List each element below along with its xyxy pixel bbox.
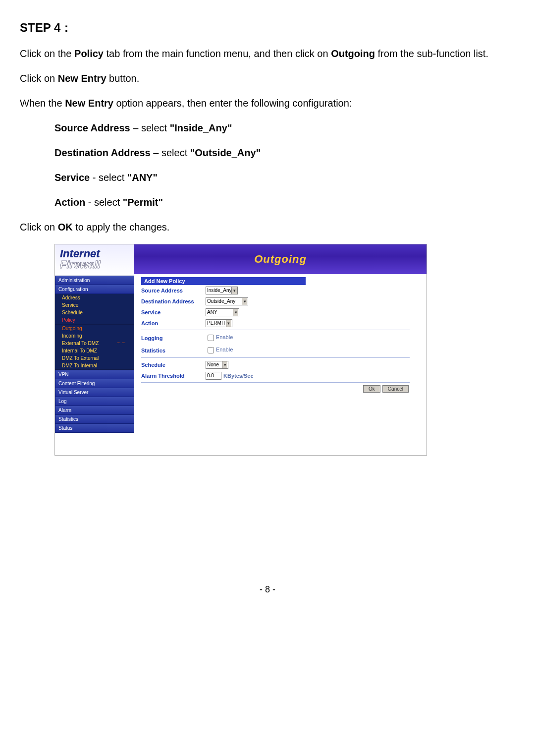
sidebar-item-address[interactable]: Address	[55, 294, 134, 301]
arrow-left-icon: ←←	[116, 340, 131, 345]
sidebar-item-dmz-to-internal[interactable]: DMZ To Internal	[55, 362, 134, 369]
text: tab from the main function menu, and the…	[104, 48, 331, 59]
select-service[interactable]: ANY	[206, 308, 239, 316]
para-1: Click on the Policy tab from the main fu…	[20, 46, 515, 61]
step-heading: STEP 4：	[20, 20, 515, 36]
label: External To DMZ	[62, 341, 99, 346]
text: Click on	[20, 73, 58, 84]
bold-policy: Policy	[74, 48, 104, 59]
screenshot: Internet Firewall Outgoing Administratio…	[54, 244, 427, 456]
sidebar-item-policy[interactable]: Policy	[55, 316, 134, 324]
sidebar-item-dmz-to-external[interactable]: DMZ To External	[55, 354, 134, 362]
para-4: Click on OK to apply the changes.	[20, 219, 515, 235]
sidebar-item-statistics[interactable]: Statistics	[55, 414, 134, 424]
text: from the sub-function list.	[375, 48, 488, 59]
enable-text: Enable	[216, 347, 233, 352]
para-2: Click on New Entry button.	[20, 70, 515, 86]
separator	[141, 357, 410, 358]
sidebar-item-external-to-dmz[interactable]: External To DMZ ←←	[55, 340, 134, 347]
sep: - select	[90, 172, 127, 183]
bold-new-entry: New Entry	[65, 98, 113, 109]
sep: – select	[151, 147, 190, 158]
bold-ok: OK	[58, 222, 73, 233]
cfg-service: Service - select "ANY"	[54, 170, 515, 185]
sidebar-item-incoming[interactable]: Incoming	[55, 332, 134, 340]
cancel-button[interactable]: Cancel	[382, 385, 409, 393]
sidebar-item-alarm[interactable]: Alarm	[55, 406, 134, 415]
para-3: When the New Entry option appears, then …	[20, 95, 515, 111]
value: "Inside_Any"	[170, 122, 232, 133]
sidebar-item-outgoing[interactable]: Outgoing	[55, 325, 134, 332]
text: Click on	[20, 222, 58, 233]
value: "ANY"	[127, 172, 158, 183]
sidebar-item-service[interactable]: Service	[55, 301, 134, 309]
sidebar-item-internal-to-dmz[interactable]: Internal To DMZ	[55, 347, 134, 354]
cfg-destination: Destination Address – select "Outside_An…	[54, 145, 515, 161]
label-action: Action	[141, 320, 206, 326]
input-alarm-threshold[interactable]: 0.0	[206, 372, 221, 380]
sidebar-item-schedule[interactable]: Schedule	[55, 309, 134, 316]
label: Service	[54, 172, 90, 183]
sidebar-item-vpn[interactable]: VPN	[55, 370, 134, 379]
select-schedule[interactable]: None	[206, 361, 228, 369]
sidebar-item-configuration[interactable]: Configuration	[55, 285, 134, 294]
label-destination-address: Destination Address	[141, 298, 206, 304]
page-title: Outgoing	[134, 244, 427, 274]
label-source-address: Source Address	[141, 288, 206, 293]
sidebar-item-log[interactable]: Log	[55, 397, 134, 406]
brand-line2: Firewall	[60, 259, 134, 270]
value: "Permit"	[123, 197, 163, 208]
label-statistics: Statistics	[141, 348, 206, 353]
separator	[141, 330, 410, 331]
sep: – select	[130, 122, 170, 133]
separator	[141, 382, 410, 383]
sidebar-item-content-filtering[interactable]: Content Filtering	[55, 379, 134, 388]
page-number: - 8 -	[20, 584, 515, 610]
checkbox-statistics[interactable]: Enable	[206, 346, 233, 355]
label-logging: Logging	[141, 335, 206, 341]
unit-kbytes-sec: KBytes/Sec	[223, 373, 254, 379]
label-alarm-threshold: Alarm Threshold	[141, 373, 206, 379]
text: Click on the	[20, 48, 74, 59]
brand: Internet Firewall	[55, 244, 134, 274]
value: "Outside_Any"	[190, 147, 261, 158]
cfg-action: Action - select "Permit"	[54, 194, 515, 210]
text: button.	[107, 73, 140, 84]
checkbox-logging[interactable]: Enable	[206, 333, 233, 343]
bold-outgoing: Outgoing	[331, 48, 375, 59]
enable-text: Enable	[216, 334, 233, 340]
select-action[interactable]: PERMIT	[206, 319, 232, 327]
form-panel: Add New Policy Source Address Inside_Any…	[134, 274, 427, 455]
text: When the	[20, 98, 65, 109]
cfg-source: Source Address – select "Inside_Any"	[54, 120, 515, 136]
bold-new-entry: New Entry	[58, 73, 107, 84]
select-destination-address[interactable]: Outside_Any	[206, 297, 248, 305]
text: option appears, then enter the following…	[113, 98, 352, 109]
brand-line1: Internet	[60, 248, 134, 259]
label: Destination Address	[54, 147, 151, 158]
label-schedule: Schedule	[141, 362, 206, 368]
label: Action	[54, 197, 85, 208]
sep: - select	[85, 197, 123, 208]
ok-button[interactable]: Ok	[363, 385, 380, 393]
select-source-address[interactable]: Inside_Any	[206, 287, 238, 294]
label-service: Service	[141, 309, 206, 315]
sidebar-item-administration[interactable]: Administration	[55, 276, 134, 285]
text: to apply the changes.	[73, 222, 170, 233]
sidebar: Administration Configuration Address Ser…	[55, 274, 134, 455]
sidebar-item-virtual-server[interactable]: Virtual Server	[55, 388, 134, 397]
form-header: Add New Policy	[141, 277, 306, 285]
sidebar-item-status[interactable]: Status	[55, 423, 134, 433]
label: Source Address	[54, 122, 130, 133]
